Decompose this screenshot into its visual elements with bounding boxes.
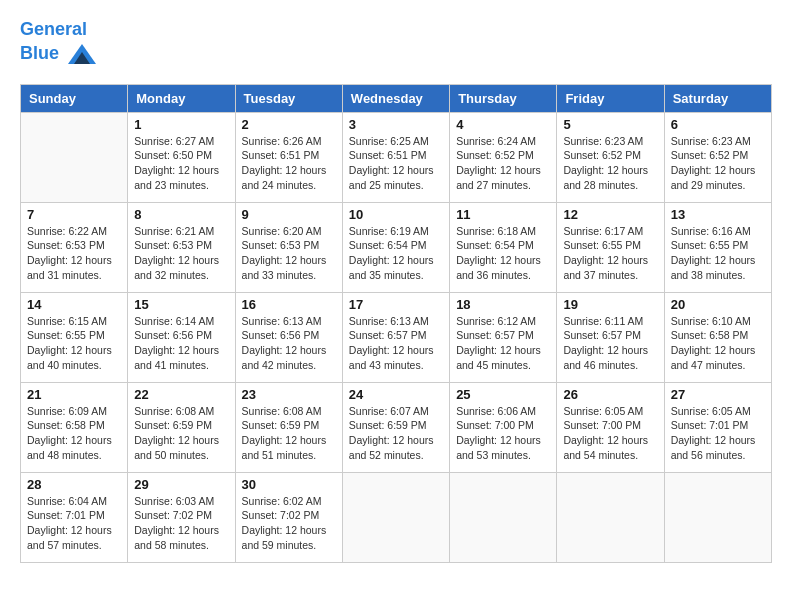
calendar-cell: 28Sunrise: 6:04 AM Sunset: 7:01 PM Dayli… xyxy=(21,472,128,562)
day-info: Sunrise: 6:19 AM Sunset: 6:54 PM Dayligh… xyxy=(349,224,443,283)
calendar-cell xyxy=(557,472,664,562)
col-header-saturday: Saturday xyxy=(664,84,771,112)
calendar-cell: 27Sunrise: 6:05 AM Sunset: 7:01 PM Dayli… xyxy=(664,382,771,472)
day-number: 30 xyxy=(242,477,336,492)
calendar-cell: 8Sunrise: 6:21 AM Sunset: 6:53 PM Daylig… xyxy=(128,202,235,292)
calendar-cell: 25Sunrise: 6:06 AM Sunset: 7:00 PM Dayli… xyxy=(450,382,557,472)
day-info: Sunrise: 6:12 AM Sunset: 6:57 PM Dayligh… xyxy=(456,314,550,373)
day-info: Sunrise: 6:22 AM Sunset: 6:53 PM Dayligh… xyxy=(27,224,121,283)
calendar-cell xyxy=(21,112,128,202)
calendar-cell: 29Sunrise: 6:03 AM Sunset: 7:02 PM Dayli… xyxy=(128,472,235,562)
day-info: Sunrise: 6:15 AM Sunset: 6:55 PM Dayligh… xyxy=(27,314,121,373)
day-info: Sunrise: 6:17 AM Sunset: 6:55 PM Dayligh… xyxy=(563,224,657,283)
calendar-cell: 20Sunrise: 6:10 AM Sunset: 6:58 PM Dayli… xyxy=(664,292,771,382)
calendar-cell: 7Sunrise: 6:22 AM Sunset: 6:53 PM Daylig… xyxy=(21,202,128,292)
day-info: Sunrise: 6:02 AM Sunset: 7:02 PM Dayligh… xyxy=(242,494,336,553)
logo-general: General xyxy=(20,19,87,39)
day-number: 7 xyxy=(27,207,121,222)
day-number: 1 xyxy=(134,117,228,132)
logo: General Blue xyxy=(20,20,96,68)
day-number: 17 xyxy=(349,297,443,312)
calendar-cell: 23Sunrise: 6:08 AM Sunset: 6:59 PM Dayli… xyxy=(235,382,342,472)
day-info: Sunrise: 6:11 AM Sunset: 6:57 PM Dayligh… xyxy=(563,314,657,373)
calendar-cell: 14Sunrise: 6:15 AM Sunset: 6:55 PM Dayli… xyxy=(21,292,128,382)
calendar-cell: 6Sunrise: 6:23 AM Sunset: 6:52 PM Daylig… xyxy=(664,112,771,202)
logo-blue: Blue xyxy=(20,43,59,63)
calendar-week-row: 7Sunrise: 6:22 AM Sunset: 6:53 PM Daylig… xyxy=(21,202,772,292)
day-number: 11 xyxy=(456,207,550,222)
calendar-cell: 22Sunrise: 6:08 AM Sunset: 6:59 PM Dayli… xyxy=(128,382,235,472)
day-number: 5 xyxy=(563,117,657,132)
day-number: 13 xyxy=(671,207,765,222)
day-info: Sunrise: 6:21 AM Sunset: 6:53 PM Dayligh… xyxy=(134,224,228,283)
day-number: 28 xyxy=(27,477,121,492)
col-header-friday: Friday xyxy=(557,84,664,112)
calendar-table: SundayMondayTuesdayWednesdayThursdayFrid… xyxy=(20,84,772,563)
col-header-monday: Monday xyxy=(128,84,235,112)
day-number: 22 xyxy=(134,387,228,402)
day-number: 4 xyxy=(456,117,550,132)
day-number: 26 xyxy=(563,387,657,402)
calendar-cell: 11Sunrise: 6:18 AM Sunset: 6:54 PM Dayli… xyxy=(450,202,557,292)
calendar-week-row: 21Sunrise: 6:09 AM Sunset: 6:58 PM Dayli… xyxy=(21,382,772,472)
calendar-cell: 30Sunrise: 6:02 AM Sunset: 7:02 PM Dayli… xyxy=(235,472,342,562)
day-info: Sunrise: 6:25 AM Sunset: 6:51 PM Dayligh… xyxy=(349,134,443,193)
day-info: Sunrise: 6:23 AM Sunset: 6:52 PM Dayligh… xyxy=(563,134,657,193)
day-number: 23 xyxy=(242,387,336,402)
day-number: 20 xyxy=(671,297,765,312)
col-header-sunday: Sunday xyxy=(21,84,128,112)
day-info: Sunrise: 6:08 AM Sunset: 6:59 PM Dayligh… xyxy=(134,404,228,463)
calendar-cell xyxy=(342,472,449,562)
calendar-cell: 12Sunrise: 6:17 AM Sunset: 6:55 PM Dayli… xyxy=(557,202,664,292)
day-info: Sunrise: 6:07 AM Sunset: 6:59 PM Dayligh… xyxy=(349,404,443,463)
day-info: Sunrise: 6:04 AM Sunset: 7:01 PM Dayligh… xyxy=(27,494,121,553)
day-info: Sunrise: 6:24 AM Sunset: 6:52 PM Dayligh… xyxy=(456,134,550,193)
day-info: Sunrise: 6:16 AM Sunset: 6:55 PM Dayligh… xyxy=(671,224,765,283)
calendar-cell: 4Sunrise: 6:24 AM Sunset: 6:52 PM Daylig… xyxy=(450,112,557,202)
logo-text: General xyxy=(20,20,96,40)
day-number: 14 xyxy=(27,297,121,312)
calendar-cell: 24Sunrise: 6:07 AM Sunset: 6:59 PM Dayli… xyxy=(342,382,449,472)
day-info: Sunrise: 6:14 AM Sunset: 6:56 PM Dayligh… xyxy=(134,314,228,373)
day-number: 15 xyxy=(134,297,228,312)
day-info: Sunrise: 6:03 AM Sunset: 7:02 PM Dayligh… xyxy=(134,494,228,553)
col-header-tuesday: Tuesday xyxy=(235,84,342,112)
calendar-cell: 9Sunrise: 6:20 AM Sunset: 6:53 PM Daylig… xyxy=(235,202,342,292)
day-info: Sunrise: 6:06 AM Sunset: 7:00 PM Dayligh… xyxy=(456,404,550,463)
day-number: 16 xyxy=(242,297,336,312)
calendar-cell: 19Sunrise: 6:11 AM Sunset: 6:57 PM Dayli… xyxy=(557,292,664,382)
calendar-cell: 17Sunrise: 6:13 AM Sunset: 6:57 PM Dayli… xyxy=(342,292,449,382)
calendar-header-row: SundayMondayTuesdayWednesdayThursdayFrid… xyxy=(21,84,772,112)
day-number: 19 xyxy=(563,297,657,312)
day-number: 21 xyxy=(27,387,121,402)
day-info: Sunrise: 6:23 AM Sunset: 6:52 PM Dayligh… xyxy=(671,134,765,193)
col-header-wednesday: Wednesday xyxy=(342,84,449,112)
logo-icon xyxy=(68,40,96,68)
calendar-cell: 1Sunrise: 6:27 AM Sunset: 6:50 PM Daylig… xyxy=(128,112,235,202)
day-info: Sunrise: 6:08 AM Sunset: 6:59 PM Dayligh… xyxy=(242,404,336,463)
day-number: 25 xyxy=(456,387,550,402)
calendar-cell: 2Sunrise: 6:26 AM Sunset: 6:51 PM Daylig… xyxy=(235,112,342,202)
day-info: Sunrise: 6:05 AM Sunset: 7:00 PM Dayligh… xyxy=(563,404,657,463)
day-number: 12 xyxy=(563,207,657,222)
day-number: 8 xyxy=(134,207,228,222)
day-number: 24 xyxy=(349,387,443,402)
day-info: Sunrise: 6:13 AM Sunset: 6:57 PM Dayligh… xyxy=(349,314,443,373)
day-number: 29 xyxy=(134,477,228,492)
col-header-thursday: Thursday xyxy=(450,84,557,112)
calendar-cell: 5Sunrise: 6:23 AM Sunset: 6:52 PM Daylig… xyxy=(557,112,664,202)
day-number: 27 xyxy=(671,387,765,402)
day-info: Sunrise: 6:13 AM Sunset: 6:56 PM Dayligh… xyxy=(242,314,336,373)
page-header: General Blue xyxy=(20,20,772,68)
day-info: Sunrise: 6:10 AM Sunset: 6:58 PM Dayligh… xyxy=(671,314,765,373)
calendar-cell: 13Sunrise: 6:16 AM Sunset: 6:55 PM Dayli… xyxy=(664,202,771,292)
day-info: Sunrise: 6:26 AM Sunset: 6:51 PM Dayligh… xyxy=(242,134,336,193)
calendar-cell xyxy=(664,472,771,562)
day-number: 18 xyxy=(456,297,550,312)
calendar-cell: 16Sunrise: 6:13 AM Sunset: 6:56 PM Dayli… xyxy=(235,292,342,382)
calendar-cell: 21Sunrise: 6:09 AM Sunset: 6:58 PM Dayli… xyxy=(21,382,128,472)
day-number: 2 xyxy=(242,117,336,132)
calendar-cell: 3Sunrise: 6:25 AM Sunset: 6:51 PM Daylig… xyxy=(342,112,449,202)
calendar-week-row: 28Sunrise: 6:04 AM Sunset: 7:01 PM Dayli… xyxy=(21,472,772,562)
day-number: 3 xyxy=(349,117,443,132)
